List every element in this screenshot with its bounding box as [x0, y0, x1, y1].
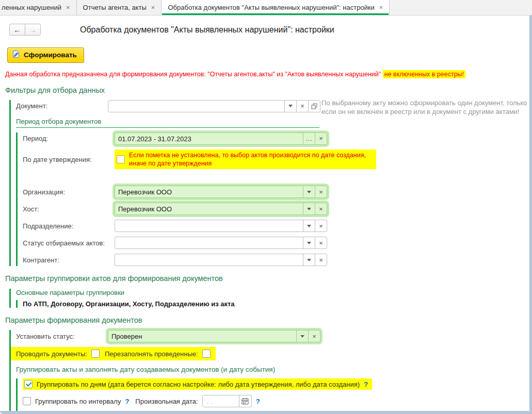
organization-row: Организация: Перевозчик ООО ×: [23, 186, 532, 198]
set-status-value[interactable]: Проверен: [108, 330, 296, 342]
document-field[interactable]: ×: [108, 100, 320, 112]
filters-group: Документ: × По выбранному акту можно сфо…: [9, 100, 532, 267]
period-group: Период: 01.07.2023 - 31.07.2023 ... × По…: [16, 133, 532, 267]
warning-line: Данная обработка предназначена для форми…: [5, 71, 532, 78]
chevron-down-icon[interactable]: [296, 330, 308, 342]
posting-options-band: Проводить документы: Перезаполнять прове…: [11, 347, 216, 360]
acts-status-value[interactable]: [115, 237, 303, 249]
arbitrary-date-label: Произвольная дата:: [135, 398, 198, 405]
arbitrary-date-placeholder[interactable]: . .: [203, 395, 239, 407]
organization-value[interactable]: Перевозчик ООО: [115, 186, 303, 197]
tab-agent-reports[interactable]: Отчеты агента, акты ×: [77, 0, 162, 15]
document-label: Документ:: [16, 102, 108, 110]
grouping-heading: Параметры группировки актов для формиров…: [5, 274, 232, 284]
division-value[interactable]: [115, 220, 303, 231]
clear-icon[interactable]: ×: [296, 101, 308, 112]
close-icon[interactable]: ×: [379, 4, 383, 11]
forward-arrow-icon: →: [29, 25, 37, 34]
chevron-down-icon[interactable]: [303, 254, 315, 266]
help-icon[interactable]: ?: [125, 398, 129, 405]
clear-icon[interactable]: ×: [315, 133, 327, 144]
acts-status-field[interactable]: ×: [115, 237, 327, 249]
chevron-down-icon[interactable]: [303, 220, 315, 231]
contractor-value[interactable]: [115, 254, 303, 266]
open-icon[interactable]: [308, 101, 320, 112]
period-field[interactable]: 01.07.2023 - 31.07.2023 ... ×: [115, 133, 327, 145]
clear-icon[interactable]: ×: [315, 186, 327, 197]
help-icon[interactable]: ?: [256, 398, 260, 405]
division-label: Подразделение:: [23, 222, 115, 230]
chevron-down-icon[interactable]: [303, 203, 315, 214]
generate-button[interactable]: Сформировать: [7, 47, 84, 63]
document-help-text: По выбранному акту можно сформировать од…: [321, 99, 532, 117]
close-icon[interactable]: ×: [66, 4, 70, 11]
division-row: Подразделение: ×: [23, 220, 532, 232]
help-icon[interactable]: ?: [364, 380, 368, 388]
host-value[interactable]: Перевозчик ООО: [115, 203, 303, 214]
filters-heading: Фильтры для отбора данных: [5, 86, 532, 95]
calendar-icon[interactable]: [239, 395, 251, 407]
arbitrary-date-field[interactable]: . .: [202, 395, 252, 407]
organization-field[interactable]: Перевозчик ООО ×: [115, 186, 327, 198]
chevron-down-icon[interactable]: [284, 101, 296, 112]
refill-posted-label: Перезаполнять проведенные:: [104, 350, 198, 358]
approval-date-row: По дате утверждения: Если пометка не уст…: [23, 150, 532, 170]
forward-button[interactable]: →: [25, 24, 41, 36]
tab-label: ленных нарушений: [2, 4, 61, 11]
tab-label: Обработка документов "Акты выявленных на…: [168, 4, 374, 11]
period-label: Период:: [23, 135, 115, 142]
group-by-interval-row: Группировать по интервалу ? Произвольная…: [23, 395, 532, 407]
clear-icon[interactable]: ×: [315, 237, 327, 249]
post-documents-checkbox[interactable]: [91, 350, 100, 358]
clear-icon[interactable]: ×: [315, 220, 327, 231]
group-by-day-label: Группировать по дням (дата берется согла…: [37, 380, 360, 388]
organization-label: Организация:: [23, 188, 115, 196]
set-status-field[interactable]: Проверен ×: [108, 330, 320, 342]
window-frame-bottom: [0, 411, 532, 414]
header: ← → Обработка документов "Акты выявленны…: [9, 24, 532, 36]
post-documents-label: Проводить документы:: [15, 350, 87, 358]
back-button[interactable]: ←: [9, 24, 25, 36]
warning-text: Данная обработка предназначена для форми…: [5, 71, 381, 78]
grouping-inner: По АТП, Договору, Организации, Хосту, По…: [16, 300, 532, 308]
document-row: Документ: × По выбранному акту можно сфо…: [16, 100, 532, 112]
host-field[interactable]: Перевозчик ООО ×: [115, 203, 327, 215]
page-title: Обработка документов "Акты выявленных на…: [80, 25, 334, 35]
grouping-group: Основные параметры группировки По АТП, Д…: [9, 289, 532, 308]
clear-icon[interactable]: ×: [308, 330, 320, 342]
approval-date-note-block: Если пометка не установлена, то выбор ак…: [115, 150, 376, 170]
ellipsis-icon[interactable]: ...: [303, 133, 315, 144]
set-status-row: Установить статус: Проверен ×: [16, 330, 532, 342]
back-arrow-icon: ←: [13, 25, 21, 34]
refill-posted-checkbox[interactable]: [202, 350, 211, 358]
group-by-interval-label: Группировать по интервалу: [35, 398, 121, 405]
approval-date-checkbox[interactable]: [117, 155, 125, 163]
group-by-day-checkbox[interactable]: [24, 380, 33, 388]
formation-heading: Параметры формирования документов: [5, 316, 532, 325]
tab-bar: ленных нарушений × Отчеты агента, акты ×…: [0, 0, 532, 15]
acts-status-label: Статус отбираемых актов:: [23, 239, 115, 247]
tab-label: Отчеты агента, акты: [83, 4, 147, 11]
chevron-down-icon[interactable]: [303, 237, 315, 249]
document-value[interactable]: [108, 101, 284, 112]
clear-icon[interactable]: ×: [315, 254, 327, 266]
toolbar: Сформировать: [7, 47, 532, 63]
group-by-interval-checkbox[interactable]: [23, 397, 31, 405]
contractor-label: Контрагент:: [23, 256, 115, 264]
date-group: Группировать по дням (дата берется согла…: [16, 378, 532, 414]
tab-processing-settings[interactable]: Обработка документов "Акты выявленных на…: [162, 0, 390, 15]
tab-acts-violations[interactable]: ленных нарушений ×: [0, 0, 77, 15]
host-label: Хост:: [23, 205, 115, 213]
chevron-down-icon[interactable]: [303, 186, 315, 197]
clear-icon[interactable]: ×: [315, 203, 327, 214]
date-group-heading: Группировать акты и заполнять дату созда…: [16, 366, 532, 373]
period-value[interactable]: 01.07.2023 - 31.07.2023: [115, 133, 303, 144]
contractor-field[interactable]: ×: [115, 254, 327, 266]
division-field[interactable]: ×: [115, 220, 327, 232]
approval-date-label: По дате утверждения:: [23, 156, 115, 163]
acts-status-row: Статус отбираемых актов: ×: [23, 237, 532, 249]
close-icon[interactable]: ×: [151, 4, 155, 11]
approval-date-note: Если пометка не установлена, то выбор ак…: [129, 151, 372, 168]
grouping-subheading: Основные параметры группировки: [16, 289, 532, 296]
period-row: Период: 01.07.2023 - 31.07.2023 ... ×: [23, 133, 532, 145]
